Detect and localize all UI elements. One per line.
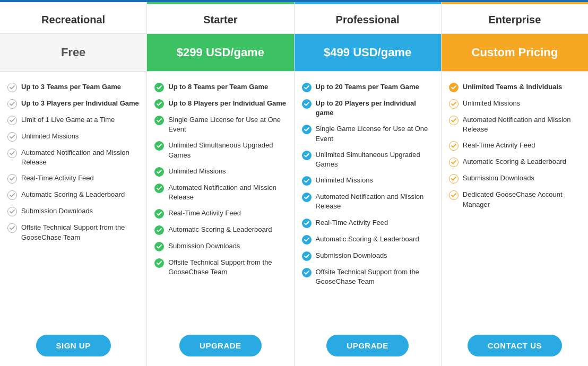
check-icon (449, 116, 459, 125)
starter-cta-button[interactable]: UPGRADE (179, 335, 262, 356)
feature-item: Automatic Scoring & Leaderboard (154, 222, 286, 238)
enterprise-header: Enterprise (442, 4, 588, 34)
feature-text: Offsite Technical Support from the Goose… (21, 223, 139, 242)
feature-item: Up to 8 Teams per Team Game (154, 79, 286, 95)
professional-cta-button[interactable]: UPGRADE (326, 335, 409, 356)
feature-item: Dedicated GooseChase Account Manager (449, 187, 581, 212)
check-icon (449, 190, 459, 200)
check-icon (7, 207, 17, 216)
check-icon (154, 242, 164, 251)
enterprise-cta-button[interactable]: CONTACT US (468, 335, 562, 356)
col-recreational: RecreationalFreeUp to 3 Teams per Team G… (0, 2, 147, 366)
col-professional: Professional$499 USD/gameUp to 20 Teams … (295, 2, 442, 366)
feature-text: Up to 8 Teams per Team Game (168, 82, 286, 92)
check-icon (7, 83, 17, 92)
feature-item: Unlimited Missions (449, 95, 581, 112)
feature-text: Single Game License for Use at One Event (168, 115, 286, 134)
feature-text: Real-Time Activity Feed (21, 173, 139, 183)
feature-item: Offsite Technical Support from the Goose… (7, 220, 139, 245)
feature-item: Up to 3 Players per Individual Game (7, 95, 139, 112)
feature-item: Submission Downloads (7, 203, 139, 220)
check-icon (7, 174, 17, 184)
feature-text: Submission Downloads (21, 206, 139, 216)
feature-item: Offsite Technical Support from the Goose… (154, 255, 286, 280)
feature-item: Submission Downloads (154, 238, 286, 255)
check-icon (449, 174, 459, 184)
feature-item: Unlimited Missions (7, 128, 139, 145)
feature-item: Submission Downloads (449, 170, 581, 187)
feature-item: Real-Time Activity Feed (154, 205, 286, 222)
professional-features: Up to 20 Teams per Team GameUp to 20 Pla… (295, 72, 441, 327)
feature-item: Up to 8 Players per Individual Game (154, 95, 286, 112)
feature-item: Single Game License for Use at One Event (154, 112, 286, 137)
feature-item: Automated Notification and Mission Relea… (7, 145, 139, 170)
check-icon (302, 268, 312, 277)
feature-text: Offsite Technical Support from the Goose… (168, 258, 286, 277)
check-icon (154, 225, 164, 235)
check-icon (154, 167, 164, 177)
feature-item: Automated Notification and Mission Relea… (302, 189, 434, 214)
check-icon (7, 223, 17, 233)
feature-text: Up to 3 Teams per Team Game (21, 82, 139, 92)
feature-item: Real-Time Activity Feed (302, 215, 434, 231)
feature-text: Up to 3 Players per Individual Game (21, 99, 139, 108)
feature-text: Automatic Scoring & Leaderboard (168, 225, 286, 234)
check-icon (154, 258, 164, 268)
check-icon (302, 219, 312, 228)
feature-item: Single Game License for Use at One Event (302, 121, 434, 146)
pricing-table: RecreationalFreeUp to 3 Teams per Team G… (0, 0, 588, 366)
check-icon (7, 116, 17, 125)
starter-price: $299 USD/game (147, 34, 293, 72)
feature-text: Automated Notification and Mission Relea… (168, 183, 286, 202)
check-icon (7, 149, 17, 158)
feature-text: Up to 20 Teams per Team Game (316, 82, 434, 92)
feature-item: Automatic Scoring & Leaderboard (302, 231, 434, 248)
feature-item: Automatic Scoring & Leaderboard (7, 187, 139, 203)
feature-item: Up to 3 Teams per Team Game (7, 79, 139, 95)
feature-item: Automated Notification and Mission Relea… (154, 180, 286, 205)
feature-text: Up to 8 Players per Individual Game (168, 99, 286, 108)
feature-item: Unlimited Simultaneous Upgraded Games (302, 147, 434, 172)
check-icon (449, 99, 459, 109)
check-icon (302, 251, 312, 261)
recreational-cta-button[interactable]: SIGN UP (36, 335, 111, 356)
feature-text: Unlimited Missions (168, 167, 286, 176)
check-icon (7, 132, 17, 142)
feature-item: Up to 20 Players per Individual game (302, 95, 434, 121)
feature-item: Limit of 1 Live Game at a Time (7, 112, 139, 128)
check-icon (7, 99, 17, 109)
col-enterprise: EnterpriseCustom PricingUnlimited Teams … (442, 2, 588, 366)
check-icon (154, 116, 164, 125)
check-icon (449, 83, 459, 92)
check-icon (302, 83, 312, 92)
starter-footer: UPGRADE (147, 327, 293, 366)
check-icon (302, 151, 312, 160)
feature-item: Real-Time Activity Feed (7, 170, 139, 187)
recreational-price: Free (0, 34, 146, 72)
feature-text: Unlimited Simultaneous Upgraded Games (316, 150, 434, 169)
feature-item: Unlimited Teams & Individuals (449, 79, 581, 95)
feature-text: Offsite Technical Support from the Goose… (316, 267, 434, 286)
feature-item: Automated Notification and Mission Relea… (449, 112, 581, 137)
check-icon (302, 125, 312, 134)
feature-text: Real-Time Activity Feed (168, 208, 286, 218)
feature-text: Unlimited Simultaneous Upgraded Games (168, 141, 286, 160)
feature-text: Dedicated GooseChase Account Manager (463, 190, 581, 209)
feature-text: Real-Time Activity Feed (316, 218, 434, 228)
check-icon (302, 235, 312, 245)
professional-header: Professional (295, 4, 441, 34)
enterprise-features: Unlimited Teams & IndividualsUnlimited M… (442, 72, 588, 327)
feature-text: Unlimited Teams & Individuals (463, 82, 581, 92)
feature-item: Automatic Scoring & Leaderboard (449, 154, 581, 170)
check-icon (302, 176, 312, 186)
check-icon (302, 193, 312, 202)
check-icon (154, 184, 164, 193)
feature-text: Automated Notification and Mission Relea… (316, 192, 434, 211)
feature-text: Submission Downloads (168, 241, 286, 251)
check-icon (154, 141, 164, 151)
check-icon (7, 190, 17, 200)
check-icon (302, 99, 312, 109)
feature-item: Unlimited Missions (154, 163, 286, 180)
enterprise-price: Custom Pricing (442, 34, 588, 72)
professional-footer: UPGRADE (295, 327, 441, 366)
